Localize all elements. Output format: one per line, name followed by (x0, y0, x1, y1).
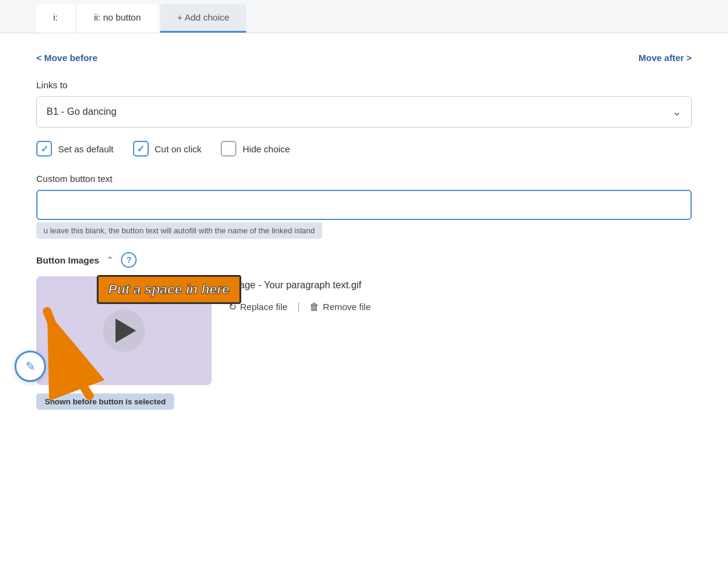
tab-ii[interactable]: ii: no button (77, 4, 158, 33)
main-container: i: ii: no button + Add choice < Move bef… (0, 0, 728, 573)
image-info: Image - Your paragraph text.gif ↻ Replac… (229, 276, 371, 313)
file-actions: ↻ Replace file | 🗑 Remove file (229, 300, 371, 313)
trash-icon: 🗑 (310, 302, 319, 312)
custom-button-text-label: Custom button text (36, 173, 692, 184)
links-to-label: Links to (36, 80, 692, 90)
tab-add-choice[interactable]: + Add choice (160, 4, 246, 33)
set-default-label: Set as default (58, 144, 114, 154)
hide-choice-box (221, 141, 236, 157)
image-filename: Image - Your paragraph text.gif (229, 280, 371, 291)
set-default-box: ✓ (36, 141, 52, 157)
move-row: < Move before Move after > (36, 53, 692, 63)
chevron-down-icon: ⌄ (672, 105, 681, 118)
links-to-dropdown[interactable]: B1 - Go dancing ⌄ (36, 96, 692, 128)
remove-file-label: Remove file (323, 302, 371, 312)
move-before-button[interactable]: < Move before (36, 53, 97, 63)
checkboxes-row: ✓ Set as default ✓ Cut on click Hide cho… (36, 141, 692, 157)
move-after-button[interactable]: Move after > (639, 53, 692, 63)
cut-on-click-box: ✓ (133, 141, 149, 157)
content-area: < Move before Move after > Links to B1 -… (0, 33, 728, 434)
play-button (103, 309, 145, 352)
cut-on-click-checkbox[interactable]: ✓ Cut on click (133, 141, 202, 157)
annotation-text: Put a space in here (97, 275, 241, 304)
caret-up-icon: ⌃ (106, 255, 114, 265)
custom-button-text-input[interactable] (36, 190, 692, 220)
hint-content: u leave this blank, the button text will… (36, 222, 322, 239)
remove-file-button[interactable]: 🗑 Remove file (310, 302, 371, 312)
button-images-header: Button Images ⌃ ? (36, 252, 692, 268)
pencil-icon: ✎ (25, 359, 36, 374)
help-icon[interactable]: ? (121, 252, 137, 268)
tab-i[interactable]: i: (36, 4, 75, 33)
hide-choice-label: Hide choice (242, 144, 290, 154)
checkmark-icon-2: ✓ (137, 143, 145, 155)
shown-before-badge: Shown before button is selected (36, 393, 174, 410)
cut-on-click-label: Cut on click (155, 144, 202, 154)
tabs-bar: i: ii: no button + Add choice (0, 0, 728, 33)
hint-text: u leave this blank, the button text will… (36, 220, 692, 239)
checkmark-icon: ✓ (41, 143, 48, 155)
vertical-divider: | (297, 300, 300, 313)
button-images-title: Button Images (36, 255, 99, 265)
replace-file-label: Replace file (240, 302, 287, 312)
links-to-value: B1 - Go dancing (47, 106, 117, 117)
edit-circle-button[interactable]: ✎ (15, 351, 46, 382)
hide-choice-checkbox[interactable]: Hide choice (221, 141, 290, 157)
set-default-checkbox[interactable]: ✓ Set as default (36, 141, 114, 157)
play-triangle-icon (115, 319, 136, 343)
